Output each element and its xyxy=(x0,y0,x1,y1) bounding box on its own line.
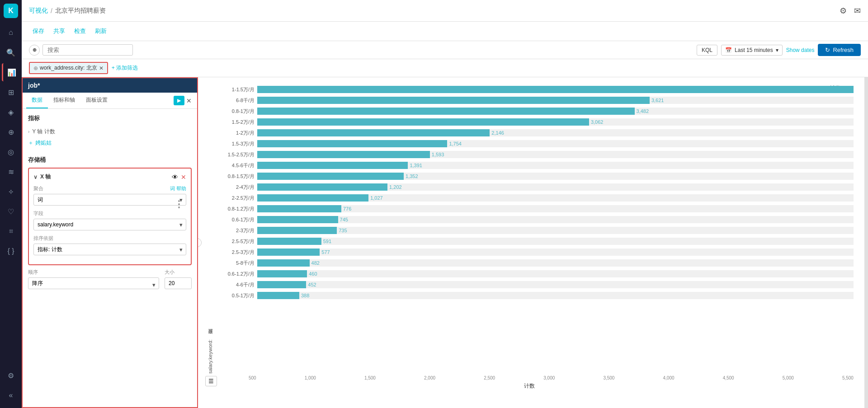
filter-toggle-button[interactable]: ⊕ xyxy=(29,45,40,56)
tab-data[interactable]: 数据 xyxy=(26,93,48,108)
breadcrumb-visualize[interactable]: 可视化 xyxy=(29,7,48,15)
bar-fill xyxy=(257,183,387,191)
tab-metrics-axes[interactable]: 指标和轴 xyxy=(48,93,80,108)
bar-fill xyxy=(257,227,337,234)
bar-fill xyxy=(257,259,310,267)
dot-1 xyxy=(178,200,180,202)
bar-row: 0.8-1万/月3,482 xyxy=(214,106,854,116)
x-axis-toggle-icon[interactable]: ∨ xyxy=(33,174,38,180)
plus-icon: ＋ xyxy=(28,139,33,147)
field-select[interactable]: salary.keyword xyxy=(33,219,186,230)
bar-track: 745 xyxy=(257,216,854,223)
bar-track: 5,503 xyxy=(257,86,854,93)
bar-row: 0.8-1.5万/月1,352 xyxy=(214,171,854,181)
bar-row: 6-8千/月3,621 xyxy=(214,95,854,105)
panel-run-button[interactable]: ▶ xyxy=(174,96,184,105)
bar-label: 2.5-3万/月 xyxy=(214,249,255,256)
nav-ml-icon[interactable]: ◎ xyxy=(2,143,20,161)
x-tick: 4,000 xyxy=(663,375,675,380)
filter-chip-remove-icon[interactable]: ✕ xyxy=(99,65,104,71)
nav-discover-icon[interactable]: 🔍 xyxy=(2,43,20,61)
app-logo[interactable]: K xyxy=(4,4,18,18)
bar-track: 1,754 xyxy=(257,140,854,147)
bar-fill xyxy=(257,151,430,158)
nav-infra-icon[interactable]: ≋ xyxy=(2,163,20,181)
breadcrumb-separator: / xyxy=(51,7,52,14)
breadcrumb-title: 北京平均招聘薪资 xyxy=(55,7,106,15)
y-axis-metric[interactable]: › Y 轴 计数 xyxy=(28,126,192,137)
bar-row: 2.5-5万/月591 xyxy=(214,236,854,246)
nav-apm-icon[interactable]: ⟡ xyxy=(2,183,20,201)
time-selector[interactable]: 📅 Last 15 minutes ▾ xyxy=(721,45,783,56)
nav-dashboard-icon[interactable]: ⊞ xyxy=(2,83,20,101)
settings-icon[interactable]: ⚙ xyxy=(840,6,847,16)
nav-maps-icon[interactable]: ⊕ xyxy=(2,123,20,141)
bar-fill xyxy=(257,238,321,245)
field-label: 字段 xyxy=(33,210,186,217)
bar-row: 1.5-3万/月1,754 xyxy=(214,139,854,149)
sort-select[interactable]: 指标: 计数 xyxy=(33,244,186,255)
aggregation-help-link[interactable]: 词 帮助 xyxy=(170,185,186,192)
add-metric-label: 娉姤姑 xyxy=(35,139,52,147)
inspect-button[interactable]: 检查 xyxy=(71,25,90,37)
bar-row: 0.6-1万/月745 xyxy=(214,215,854,225)
bar-fill xyxy=(257,216,338,223)
save-button[interactable]: 保存 xyxy=(29,25,48,37)
tab-panel-settings[interactable]: 面板设置 xyxy=(80,93,113,108)
aggregation-select-wrapper: 词 xyxy=(33,194,186,206)
refresh-toolbar-button[interactable]: 刷新 xyxy=(91,25,110,37)
bar-track: 1,352 xyxy=(257,173,854,180)
panel-close-button[interactable]: ✕ xyxy=(184,95,193,106)
refresh-button[interactable]: ↻ Refresh xyxy=(818,44,861,56)
kql-button[interactable]: KQL xyxy=(697,45,717,56)
nav-settings-icon[interactable]: ⚙ xyxy=(2,366,20,385)
filter-chip-text: work_address.city: 北京 xyxy=(40,64,97,72)
share-button[interactable]: 共享 xyxy=(50,25,69,37)
bar-fill xyxy=(257,249,320,256)
x-axis-title: 计数 xyxy=(205,382,854,390)
size-input[interactable] xyxy=(165,277,192,289)
bar-value: 3,482 xyxy=(637,108,649,114)
bar-label: 0.6-1万/月 xyxy=(214,216,255,223)
nav-visualize-icon[interactable]: 📊 xyxy=(2,63,20,81)
nav-collapse-icon[interactable]: « xyxy=(2,386,20,404)
mail-icon[interactable]: ✉ xyxy=(854,6,861,16)
bar-value: 1,593 xyxy=(432,152,444,157)
bar-row: 0.5-1万/月388 xyxy=(214,291,854,300)
x-tick: 2,500 xyxy=(484,375,495,380)
table-view-button[interactable]: ☰ xyxy=(205,376,217,386)
show-dates-button[interactable]: Show dates xyxy=(786,47,815,53)
aggregation-select[interactable]: 词 xyxy=(33,194,186,206)
bar-track: 591 xyxy=(257,238,854,245)
x-axis-ticks: 5001,0001,5002,0002,5003,0003,5004,0004,… xyxy=(249,375,854,380)
nav-siem-icon[interactable]: ⌗ xyxy=(2,222,20,240)
bar-label: 0.8-1.5万/月 xyxy=(214,173,255,180)
bar-track: 1,391 xyxy=(257,162,854,169)
panel-title-bar: job* xyxy=(23,78,197,93)
order-select[interactable]: 降序 xyxy=(28,277,159,289)
bar-row: 4-6千/月452 xyxy=(214,280,854,290)
filter-chip[interactable]: ⊕ work_address.city: 北京 ✕ xyxy=(29,62,108,74)
bar-row: 1-1.5万/月5,503 xyxy=(214,84,854,94)
bar-value: 1,391 xyxy=(410,163,422,168)
nav-uptime-icon[interactable]: ♡ xyxy=(2,202,20,220)
dot-2 xyxy=(178,203,180,205)
scrollbar[interactable] xyxy=(864,77,868,408)
nav-canvas-icon[interactable]: ◈ xyxy=(2,103,20,121)
bar-fill xyxy=(257,173,404,180)
search-input[interactable] xyxy=(42,44,133,56)
nav-dev-icon[interactable]: { } xyxy=(2,242,20,260)
nav-home-icon[interactable]: ⌂ xyxy=(2,23,20,42)
bar-row: 1.5-2万/月3,062 xyxy=(214,117,854,127)
add-filter-button[interactable]: + 添加筛选 xyxy=(112,64,138,72)
x-axis-delete-button[interactable]: ✕ xyxy=(181,174,186,181)
top-header: 可视化 / 北京平均招聘薪资 ⚙ ✉ xyxy=(22,0,868,22)
bar-row: 0.8-1.2万/月776 xyxy=(214,204,854,214)
bar-fill xyxy=(257,270,307,277)
add-metric-button[interactable]: ＋ 娉姤姑 xyxy=(28,137,52,149)
dots-menu[interactable] xyxy=(176,198,182,210)
bar-label: 4.5-6千/月 xyxy=(214,162,255,169)
x-axis-eye-button[interactable]: 👁 xyxy=(172,174,178,181)
bar-value: 1,352 xyxy=(406,174,418,179)
bar-value: 577 xyxy=(321,249,330,255)
